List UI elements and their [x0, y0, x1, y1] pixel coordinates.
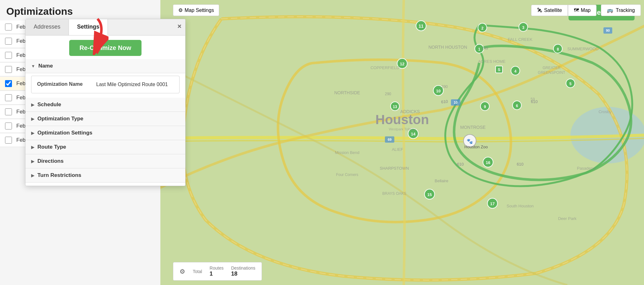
- svg-text:69: 69: [388, 138, 391, 141]
- satellite-label: Satellite: [544, 8, 562, 13]
- svg-text:610: 610: [457, 162, 464, 167]
- svg-text:10: 10: [436, 89, 441, 93]
- row-checkbox[interactable]: [5, 94, 12, 101]
- svg-text:Mission Bend: Mission Bend: [335, 150, 359, 155]
- svg-text:90: 90: [606, 29, 610, 32]
- map-bottom-bar: ⚙ Total Routes 1 Destinations 18: [173, 262, 262, 281]
- svg-text:S: S: [498, 67, 501, 72]
- map-view-button[interactable]: 🗺 Map: [568, 5, 597, 16]
- svg-text:Bellaire: Bellaire: [435, 178, 448, 183]
- svg-text:610: 610: [441, 99, 448, 104]
- svg-text:16: 16: [486, 160, 490, 165]
- name-section-label: Name: [38, 63, 53, 69]
- svg-text:ALIEF: ALIEF: [392, 147, 403, 152]
- destinations-label: Destinations: [231, 266, 255, 271]
- name-section-header[interactable]: ▼ Name: [25, 59, 185, 73]
- svg-text:249: 249: [482, 46, 488, 51]
- map-icon: 🗺: [574, 8, 579, 13]
- directions-label: Directions: [37, 158, 64, 164]
- svg-text:GREATER: GREATER: [542, 66, 560, 70]
- close-button[interactable]: ×: [177, 22, 181, 30]
- svg-text:5: 5: [569, 82, 572, 86]
- svg-text:Houston Zoo: Houston Zoo: [464, 145, 488, 149]
- satellite-view-button[interactable]: 🛰 Satellite: [531, 5, 568, 16]
- total-label: Total: [193, 269, 202, 274]
- row-checkbox[interactable]: [5, 80, 12, 87]
- chevron-right-icon: ▶: [31, 145, 34, 150]
- turn-restrictions-label: Turn Restrictions: [37, 172, 81, 178]
- row-checkbox[interactable]: [5, 66, 12, 73]
- optimization-settings-section-header[interactable]: ▶ Optimization Settings: [25, 126, 185, 140]
- svg-text:12: 12: [400, 62, 404, 66]
- optimization-type-label: Optimization Type: [37, 116, 83, 122]
- row-checkbox[interactable]: [5, 38, 12, 45]
- map-background: 11 2 3 8 12 1 S 4 5 10 6 13: [160, 0, 644, 285]
- svg-text:Crosby: Crosby: [598, 109, 612, 114]
- routes-value: 1: [210, 271, 224, 277]
- chevron-right-icon: ▶: [31, 102, 34, 107]
- directions-section-header[interactable]: ▶ Directions: [25, 154, 185, 168]
- tracking-button[interactable]: 🚌 Tracking: [601, 4, 641, 16]
- svg-text:BRAYS OAKS: BRAYS OAKS: [382, 191, 406, 196]
- row-checkbox[interactable]: [5, 24, 12, 30]
- chevron-right-icon: ▶: [31, 173, 34, 178]
- svg-text:6: 6: [516, 104, 518, 108]
- tab-addresses[interactable]: Addresses: [25, 19, 69, 35]
- svg-text:11: 11: [419, 24, 424, 29]
- svg-text:9: 9: [484, 105, 486, 109]
- svg-text:59: 59: [530, 97, 535, 101]
- svg-text:290: 290: [441, 85, 448, 89]
- svg-text:610: 610: [517, 162, 524, 167]
- settings-icon[interactable]: ⚙: [180, 268, 185, 275]
- svg-text:Deer Park: Deer Park: [558, 216, 577, 221]
- row-checkbox[interactable]: [5, 108, 12, 115]
- chevron-right-icon: ▶: [31, 159, 34, 164]
- svg-text:15: 15: [427, 192, 432, 197]
- svg-marker-1: [93, 47, 102, 54]
- svg-text:GREENSPOINT: GREENSPOINT: [538, 70, 565, 75]
- schedule-section-header[interactable]: ▶ Schedule: [25, 98, 185, 112]
- modal-body: Re-Optimize Now ▼ Name Optimization Name…: [25, 40, 185, 186]
- svg-text:4: 4: [514, 69, 517, 74]
- svg-text:Pasadena: Pasadena: [577, 166, 596, 171]
- svg-text:Westpark Tollway: Westpark Tollway: [389, 127, 416, 131]
- svg-text:ADDICKS: ADDICKS: [400, 109, 420, 114]
- optimization-name-value: Last Mile Optimized Route 0001: [96, 81, 168, 88]
- svg-text:8: 8: [557, 47, 559, 52]
- svg-text:Four Corners: Four Corners: [336, 173, 358, 177]
- svg-text:13: 13: [393, 105, 397, 109]
- map-settings-button[interactable]: ⚙ Map Settings: [173, 4, 219, 16]
- svg-text:2: 2: [481, 26, 484, 30]
- route-type-section-header[interactable]: ▶ Route Type: [25, 140, 185, 154]
- svg-text:MONTROSE: MONTROSE: [460, 125, 486, 130]
- map-settings-label: Map Settings: [185, 8, 214, 13]
- svg-text:COPPERFIELD: COPPERFIELD: [370, 65, 399, 70]
- optimization-type-section-header[interactable]: ▶ Optimization Type: [25, 112, 185, 126]
- chevron-right-icon: ▶: [31, 117, 34, 121]
- routes-stat: Routes 1: [210, 266, 224, 277]
- svg-text:South Houston: South Houston: [507, 204, 534, 208]
- destinations-stat: Destinations 18: [231, 266, 255, 277]
- svg-text:3: 3: [522, 25, 525, 30]
- red-arrow: [86, 17, 108, 55]
- svg-text:ACRES HOME: ACRES HOME: [478, 59, 506, 64]
- turn-restrictions-section-header[interactable]: ▶ Turn Restrictions: [25, 168, 185, 183]
- tracking-label: Tracking: [616, 8, 635, 13]
- svg-text:🐾: 🐾: [467, 138, 473, 144]
- svg-text:SHARPSTOWN: SHARPSTOWN: [380, 166, 409, 171]
- optimization-name-label: Optimization Name: [37, 81, 91, 88]
- row-checkbox[interactable]: [5, 137, 12, 144]
- row-checkbox[interactable]: [5, 52, 12, 59]
- schedule-label: Schedule: [37, 101, 61, 108]
- map-area: 11 2 3 8 12 1 S 4 5 10 6 13: [160, 0, 644, 285]
- chevron-right-icon: ▶: [31, 131, 34, 135]
- map-view-buttons: 🛰 Satellite 🗺 Map: [531, 5, 597, 16]
- svg-text:FALL CREEK: FALL CREEK: [508, 37, 533, 42]
- name-section-body: Optimization Name Last Mile Optimized Ro…: [25, 73, 185, 98]
- chevron-down-icon: ▼: [31, 64, 35, 69]
- svg-text:1: 1: [478, 47, 480, 52]
- route-type-label: Route Type: [37, 144, 66, 150]
- svg-text:14: 14: [411, 132, 416, 136]
- svg-text:NORTHSIDE: NORTHSIDE: [334, 90, 360, 95]
- row-checkbox[interactable]: [5, 123, 12, 129]
